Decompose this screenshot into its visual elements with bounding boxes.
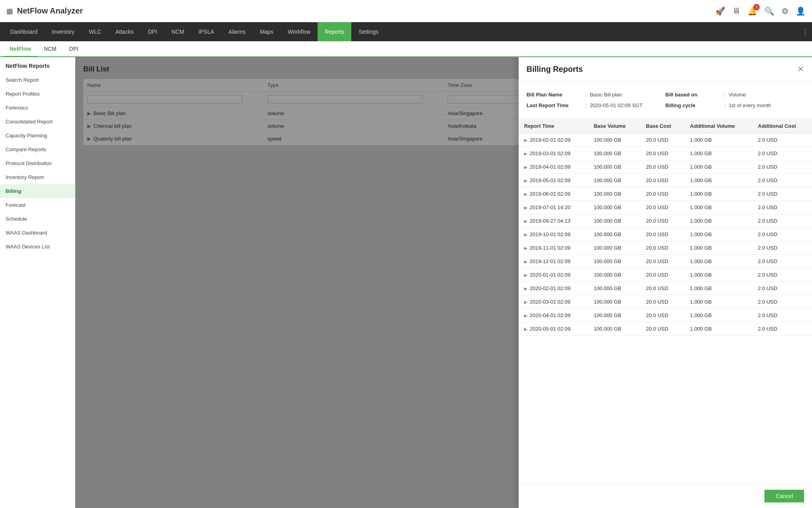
- report-table-row[interactable]: ▶2020-03-01 02:09 100.000 GB 20.0 USD 1.…: [519, 295, 812, 309]
- row-expand-icon[interactable]: ▶: [524, 286, 527, 291]
- sidebar-item-inventory-report[interactable]: Inventory Report: [0, 170, 75, 184]
- sidebar-item-report-profiles[interactable]: Report Profiles: [0, 87, 75, 101]
- row-expand-icon[interactable]: ▶: [524, 138, 527, 142]
- nav-item-alarms[interactable]: Alarms: [221, 22, 253, 41]
- cancel-button[interactable]: Cancel: [764, 490, 804, 502]
- report-table-row[interactable]: ▶2019-06-01 02:09 100.000 GB 20.0 USD 1.…: [519, 187, 812, 201]
- cell-add-volume: 1.000 GB: [684, 268, 752, 282]
- row-expand-icon[interactable]: ▶: [524, 246, 527, 250]
- row-expand-icon[interactable]: ▶: [524, 273, 527, 277]
- search-icon[interactable]: 🔍: [764, 6, 774, 16]
- top-bar-left: ▦ NetFlow Analyzer: [6, 6, 83, 15]
- report-table-row[interactable]: ▶2019-04-01 02:09 100.000 GB 20.0 USD 1.…: [519, 160, 812, 174]
- nav-item-wlc[interactable]: WLC: [82, 22, 108, 41]
- row-expand-icon[interactable]: ▶: [524, 151, 527, 156]
- cell-base-cost: 20.0 USD: [640, 255, 684, 268]
- nav-item-settings[interactable]: Settings: [351, 22, 386, 41]
- sidebar-item-billing[interactable]: Billing: [0, 184, 75, 198]
- sidebar-item-consolidated-report[interactable]: Consolidated Report: [0, 115, 75, 129]
- row-expand-icon[interactable]: ▶: [524, 300, 527, 304]
- modal-close-button[interactable]: ✕: [797, 64, 804, 74]
- cell-base-cost: 20.0 USD: [640, 214, 684, 228]
- report-table-row[interactable]: ▶2019-11-01 02:09 100.000 GB 20.0 USD 1.…: [519, 241, 812, 255]
- report-table-row[interactable]: ▶2019-10-01 02:09 100.000 GB 20.0 USD 1.…: [519, 228, 812, 241]
- sub-nav-dpi[interactable]: DPI: [63, 41, 84, 57]
- report-table-row[interactable]: ▶2020-01-01 02:09 100.000 GB 20.0 USD 1.…: [519, 268, 812, 282]
- rocket-icon[interactable]: 🚀: [715, 6, 725, 16]
- monitor-icon[interactable]: 🖥: [732, 6, 740, 15]
- separator: :: [724, 92, 726, 98]
- report-table-row[interactable]: ▶2019-02-01 02:09 100.000 GB 20.0 USD 1.…: [519, 133, 812, 147]
- nav-item-dashboard[interactable]: Dashboard: [3, 22, 45, 41]
- cell-time: ▶2019-07-01 14:20: [519, 201, 588, 214]
- cell-base-volume: 100.000 GB: [588, 147, 640, 160]
- row-expand-icon[interactable]: ▶: [524, 165, 527, 169]
- sidebar-item-schedule[interactable]: Schedule: [0, 212, 75, 226]
- cell-base-volume: 100.000 GB: [588, 187, 640, 201]
- nav-item-reports[interactable]: Reports: [318, 22, 351, 41]
- sub-nav-ncm[interactable]: NCM: [37, 41, 63, 57]
- report-table-row[interactable]: ▶2019-07-01 14:20 100.000 GB 20.0 USD 1.…: [519, 201, 812, 214]
- row-expand-icon[interactable]: ▶: [524, 219, 527, 223]
- sidebar-item-forensics[interactable]: Forensics: [0, 101, 75, 115]
- nav-more-icon[interactable]: ⋮: [802, 27, 809, 36]
- row-expand-icon[interactable]: ▶: [524, 259, 527, 264]
- cell-time: ▶2019-02-01 02:09: [519, 133, 588, 147]
- cell-add-volume: 1.000 GB: [684, 147, 752, 160]
- cell-add-volume: 1.000 GB: [684, 322, 752, 336]
- report-table-row[interactable]: ▶2019-05-01 02:09 100.000 GB 20.0 USD 1.…: [519, 174, 812, 187]
- cell-add-volume: 1.000 GB: [684, 201, 752, 214]
- report-table-row[interactable]: ▶2019-12-01 02:09 100.000 GB 20.0 USD 1.…: [519, 255, 812, 268]
- cell-add-volume: 1.000 GB: [684, 174, 752, 187]
- cell-time: ▶2019-03-01 02:09: [519, 147, 588, 160]
- row-expand-icon[interactable]: ▶: [524, 232, 527, 237]
- sidebar: NetFlow Reports Search Report Report Pro…: [0, 57, 75, 508]
- row-expand-icon[interactable]: ▶: [524, 327, 527, 331]
- row-expand-icon[interactable]: ▶: [524, 205, 527, 210]
- sidebar-item-capacity-planning[interactable]: Capacity Planning: [0, 129, 75, 142]
- user-icon[interactable]: 👤: [796, 6, 806, 16]
- nav-item-inventory[interactable]: Inventory: [45, 22, 82, 41]
- cell-time: ▶2019-12-01 02:09: [519, 255, 588, 268]
- grid-icon[interactable]: ▦: [6, 7, 13, 15]
- cell-time: ▶2019-06-01 02:09: [519, 187, 588, 201]
- modal-header: Billing Reports ✕: [519, 57, 812, 81]
- bell-icon[interactable]: 🔔 3: [747, 6, 757, 16]
- report-table-row[interactable]: ▶2020-05-01 02:09 100.000 GB 20.0 USD 1.…: [519, 322, 812, 336]
- nav-item-workflow[interactable]: Workflow: [281, 22, 318, 41]
- cell-time: ▶2019-09-27 04:13: [519, 214, 588, 228]
- sidebar-item-protocol-distribution[interactable]: Protocol Distribution: [0, 156, 75, 170]
- sidebar-item-search-report[interactable]: Search Report: [0, 73, 75, 87]
- main-layout: NetFlow Reports Search Report Report Pro…: [0, 57, 812, 508]
- row-expand-icon[interactable]: ▶: [524, 192, 527, 196]
- row-expand-icon[interactable]: ▶: [524, 313, 527, 318]
- sub-nav-netflow[interactable]: NetFlow: [3, 41, 37, 57]
- gear-icon[interactable]: ⚙: [781, 6, 789, 16]
- cell-base-volume: 100.000 GB: [588, 282, 640, 295]
- nav-item-ncm[interactable]: NCM: [164, 22, 191, 41]
- report-table-row[interactable]: ▶2020-04-01 02:09 100.000 GB 20.0 USD 1.…: [519, 309, 812, 322]
- row-expand-icon[interactable]: ▶: [524, 178, 527, 183]
- cell-add-cost: 2.0 USD: [753, 268, 812, 282]
- info-last-report-time: Last Report Time : 2020-05-01 02:09 SGT: [527, 100, 665, 111]
- sidebar-item-waas-devices-list[interactable]: WAAS Devices List: [0, 240, 75, 254]
- billing-cycle-label: Billing cycle: [665, 102, 721, 108]
- cell-add-cost: 2.0 USD: [753, 133, 812, 147]
- cell-base-volume: 100.000 GB: [588, 133, 640, 147]
- report-table-row[interactable]: ▶2020-02-01 02:09 100.000 GB 20.0 USD 1.…: [519, 282, 812, 295]
- nav-item-dpi[interactable]: DPI: [141, 22, 164, 41]
- sidebar-item-compare-reports[interactable]: Compare Reports: [0, 142, 75, 156]
- cell-add-cost: 2.0 USD: [753, 174, 812, 187]
- modal-overlay: Billing Reports ✕ Bill Plan Name : Basic…: [75, 57, 812, 508]
- sidebar-item-forecast[interactable]: Forecast: [0, 198, 75, 212]
- nav-item-maps[interactable]: Maps: [253, 22, 281, 41]
- sidebar-item-waas-dashboard[interactable]: WAAS Dashboard: [0, 226, 75, 240]
- nav-item-ipsla[interactable]: IPSLA: [191, 22, 221, 41]
- nav-item-attacks[interactable]: Attacks: [108, 22, 141, 41]
- cell-add-cost: 2.0 USD: [753, 160, 812, 174]
- report-table-row[interactable]: ▶2019-09-27 04:13 100.000 GB 20.0 USD 1.…: [519, 214, 812, 228]
- cell-base-cost: 20.0 USD: [640, 174, 684, 187]
- cell-add-cost: 2.0 USD: [753, 322, 812, 336]
- report-table-row[interactable]: ▶2019-03-01 02:09 100.000 GB 20.0 USD 1.…: [519, 147, 812, 160]
- cell-base-volume: 100.000 GB: [588, 160, 640, 174]
